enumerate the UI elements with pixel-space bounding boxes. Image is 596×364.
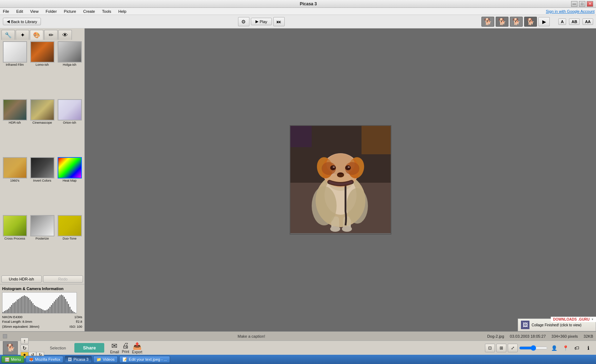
undo-button[interactable]: Undo HDR-ish	[1, 275, 42, 283]
photo-thumb-1[interactable]: 🐕	[481, 17, 494, 27]
svg-rect-37	[55, 300, 56, 314]
play-button[interactable]: ▶ Play	[251, 18, 272, 25]
text-editor-icon: 📝	[122, 357, 127, 362]
bottom-toolbar: 🐕 ↑ ↻ ★ ↺ ↻ Selection Share ✉ Email 🖨 Pr…	[0, 341, 596, 355]
undo-redo-bar: Undo HDR-ish Redo	[0, 274, 84, 284]
effect-orton[interactable]: Orton-ish	[56, 99, 83, 156]
effect-hdr[interactable]: HDR-ish	[1, 99, 28, 156]
effect-crossprocess[interactable]: Cross Process	[1, 215, 28, 272]
svg-rect-6	[11, 305, 12, 314]
svg-rect-11	[18, 299, 19, 314]
menu-picture[interactable]: Picture	[63, 9, 78, 14]
menu-view[interactable]: View	[29, 9, 40, 14]
photo-thumb-2[interactable]: 🐕	[496, 17, 508, 27]
share-button[interactable]: Share	[74, 343, 104, 353]
redo-button[interactable]: Redo	[43, 275, 83, 283]
photo-thumb-3[interactable]: 🐕	[510, 17, 523, 27]
caption-area[interactable]: Make a caption!	[21, 334, 481, 338]
effect-thumb-crossprocess	[3, 215, 27, 236]
print-button[interactable]: 🖨 Print	[122, 342, 129, 354]
svg-rect-19	[30, 300, 31, 314]
taskbar-text-editor[interactable]: 📝 Edit your text.jpeg - ...	[119, 356, 170, 363]
effect-lomo[interactable]: Lomo-ish	[29, 41, 56, 98]
tuning-tab[interactable]: ✦	[16, 30, 29, 40]
effect-label-crossprocess: Cross Process	[4, 237, 25, 240]
effects-tab[interactable]: 🎨	[30, 30, 43, 40]
effect-1960s[interactable]: 1960's	[1, 157, 28, 214]
svg-rect-32	[48, 309, 49, 314]
effect-duotone[interactable]: Duo-Tone	[56, 215, 83, 272]
face-detect-button[interactable]: 👤	[549, 344, 559, 352]
menu-help[interactable]: Help	[117, 9, 128, 14]
iso: ISO: 100	[69, 325, 82, 330]
maximize-button[interactable]: □	[579, 1, 585, 7]
info-button[interactable]: ℹ	[583, 344, 593, 352]
menu-edit[interactable]: Edit	[15, 9, 25, 14]
close-button[interactable]: ✕	[587, 1, 593, 7]
back-to-library-button[interactable]: ◀ Back to Library	[3, 18, 41, 25]
effect-thumb-cinemascope	[30, 99, 54, 121]
menu-file[interactable]: File	[1, 9, 11, 14]
photo-thumb-4[interactable]: 🐕	[524, 17, 537, 27]
svg-rect-8	[14, 303, 15, 314]
effect-heatmap[interactable]: Heat Map	[56, 157, 83, 214]
location-button[interactable]: 📍	[560, 344, 570, 352]
svg-rect-30	[45, 310, 46, 314]
next-photo-button[interactable]: ▶	[538, 17, 550, 26]
menu-tools[interactable]: Tools	[101, 9, 113, 14]
main-content: 🔧 ✦ 🎨 ✏ 👁 Infrared FilmLomo-ishHolga-ish…	[0, 28, 596, 331]
scroll-indicator[interactable]	[3, 334, 7, 338]
svg-rect-35	[52, 303, 53, 314]
print-label: Print	[122, 350, 129, 354]
minimize-button[interactable]: —	[571, 1, 577, 7]
sign-in-link[interactable]: Sign in with Google Account	[546, 9, 595, 14]
svg-rect-9	[15, 301, 16, 314]
effect-posterize[interactable]: Posterize	[29, 215, 56, 272]
svg-rect-5	[10, 307, 11, 314]
effect-cinemascope[interactable]: Cinemascope	[29, 99, 56, 156]
upload-button[interactable]: ↑	[21, 338, 28, 344]
rotate-button[interactable]: ↻	[21, 345, 28, 351]
menu-create[interactable]: Create	[82, 9, 96, 14]
actual-size-button[interactable]: ⊞	[496, 344, 506, 352]
camera-info: NIKON E4300 1/34s Focal Length: 8.0mm f/…	[2, 315, 82, 330]
taskbar-videos[interactable]: 📁 Videos	[93, 356, 118, 363]
histogram-canvas	[2, 292, 77, 314]
folder-icon: 📁	[96, 357, 101, 362]
effect-thumb-posterize	[30, 215, 54, 236]
svg-rect-51	[75, 313, 76, 314]
slideshow-next-button[interactable]: ⏭	[273, 17, 285, 26]
effect-label-holga: Holga-ish	[63, 63, 76, 66]
start-menu-button[interactable]: 🪟 Menu	[1, 356, 24, 363]
zoom-slider[interactable]	[519, 345, 548, 351]
brush-tab[interactable]: ✏	[44, 30, 58, 40]
taskbar-picasa[interactable]: 🖼 Picasa 3	[65, 356, 91, 363]
svg-rect-0	[2, 312, 4, 314]
email-button[interactable]: ✉ Email	[110, 342, 119, 354]
slideshow-controls: ⚙ ▶ Play ⏭	[238, 17, 285, 26]
svg-rect-50	[74, 312, 75, 314]
basic-fixes-tab[interactable]: 🔧	[1, 30, 15, 40]
fit-screen-button[interactable]: ⊡	[485, 344, 495, 352]
upload-tools: ↑ ↻ ★ ↺ ↻	[21, 338, 44, 358]
effect-holga[interactable]: Holga-ish	[56, 41, 83, 98]
svg-text:🐕: 🐕	[6, 343, 15, 352]
effect-infrared[interactable]: Infrared Film	[1, 41, 28, 98]
menu-folder[interactable]: Folder	[44, 9, 58, 14]
fullscreen-button[interactable]: ⤢	[508, 344, 518, 352]
taskbar: 🪟 Menu 🦊 Mozilla Firefox 🖼 Picasa 3 📁 Vi…	[0, 355, 596, 364]
redeye-tab[interactable]: 👁	[58, 30, 72, 40]
text-style-a-button[interactable]: A	[558, 18, 566, 25]
tag-button[interactable]: 🏷	[572, 344, 582, 352]
slideshow-settings-button[interactable]: ⚙	[238, 17, 249, 26]
taskbar-firefox[interactable]: 🦊 Mozilla Firefox	[26, 356, 64, 363]
text-style-ab-button[interactable]: AB	[569, 18, 580, 25]
window-controls[interactable]: — □ ✕	[571, 1, 593, 7]
effect-invert[interactable]: Invert Colors	[29, 157, 56, 214]
text-style-aa-button[interactable]: AA	[582, 18, 593, 25]
export-button[interactable]: 📤 Export	[132, 342, 142, 354]
svg-rect-46	[68, 304, 69, 314]
effect-thumb-heatmap	[58, 157, 82, 178]
left-panel: 🔧 ✦ 🎨 ✏ 👁 Infrared FilmLomo-ishHolga-ish…	[0, 28, 85, 331]
firefox-icon: 🦊	[29, 357, 34, 362]
